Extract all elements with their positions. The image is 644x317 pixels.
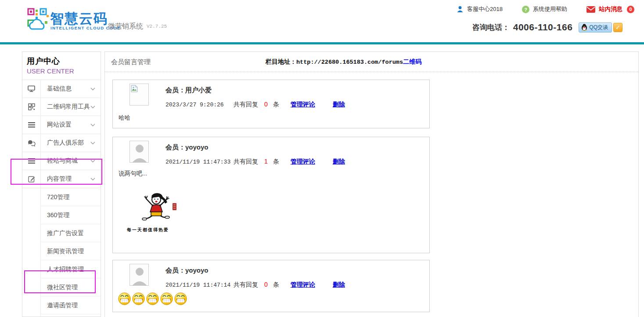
product-version: V2.7.25 [147,24,167,29]
sidebar-subitem-promo-ads[interactable]: 推广广告设置 [22,224,101,242]
column-url-label: 栏目地址： [266,58,296,65]
sidebar-subitem-label: 新闻资讯管理 [41,242,101,260]
phone-number: 4006-110-166 [513,22,573,33]
message-content: 哈哈 [119,114,130,122]
main-panel: 会员留言管理 栏目地址：http://22680.165183.com/foru… [104,51,639,317]
member-name: 会员：用户小爱 [165,86,212,95]
message-meta: 2023/3/27 9:20:26 共有回复 0 条 管理评论 删除 [165,101,345,109]
brand-logo-icon [27,8,49,33]
chevron-down-icon [90,142,95,145]
grin-emoji-icon [132,292,145,306]
message-date: 2021/11/19 11:47:14 [165,282,234,288]
chevron-down-icon [90,124,95,127]
manage-comments-link[interactable]: 管理评论 [291,281,315,289]
broken-image-icon [131,85,138,92]
help-icon: ? [522,6,529,13]
sidebar-subitem-label: 推广广告设置 [41,224,101,242]
sidebar-item-qrcode-tools[interactable]: 二维码常用工具 [22,98,101,116]
sidebar-subitem-invitation[interactable]: 邀请函管理 [22,296,101,314]
sidebar-header: 用户中心 USER CENTER [22,52,101,80]
message-meta: 2021/11/19 11:47:14 共有回复 0 条 管理评论 删除 [165,281,345,289]
sidebar-title: 用户中心 [27,56,95,66]
reply-count: 0 [264,101,268,108]
sidebar-subitem-label: 720管理 [41,188,101,206]
manage-comments-link[interactable]: 管理评论 [291,158,315,166]
message-date: 2023/3/27 9:20:26 [165,102,234,108]
phone-row: 咨询电话： 4006-110-166 QQ交谈 ✓ [472,22,622,33]
nav-label: 系统使用帮助 [533,5,567,13]
message-meta: 2021/11/19 11:47:33 共有回复 1 条 管理评论 删除 [165,158,345,166]
mail-icon [586,6,595,13]
message-date: 2021/11/19 11:47:33 [165,159,234,165]
avatar [130,141,149,163]
message-card: 会员：用户小爱 2023/3/27 9:20:26 共有回复 0 条 管理评论 … [112,80,430,128]
top-nav: 客服中心2018 ? 系统使用帮助 站内消息 0 [457,5,634,13]
svg-text:?: ? [524,7,527,12]
menu-icon [28,122,35,128]
reply-suffix: 条 [273,158,279,166]
nav-label: 站内消息 [599,5,622,13]
qq-chat-label: QQ交谈 [589,24,608,31]
monitor-icon [28,85,35,92]
delete-link[interactable]: 删除 [333,101,345,109]
sidebar-item-label: 广告人俱乐部 [40,139,90,147]
manage-comments-link[interactable]: 管理评论 [291,101,315,109]
sidebar-item-site-settings[interactable]: 网站设置 [22,116,101,134]
grin-emoji-icon [174,292,187,306]
avatar [130,84,149,106]
sidebar-item-label: 基础信息 [40,85,90,93]
reply-suffix: 条 [273,101,279,109]
sidebar-item-basic-info[interactable]: 基础信息 [22,80,101,98]
person-silhouette-icon [130,264,149,286]
highlight-box-content-management [11,159,102,185]
nav-messages[interactable]: 站内消息 0 [586,5,634,13]
nav-customer-service[interactable]: 客服中心2018 [457,5,503,13]
sidebar-item-label: 网站设置 [40,121,90,129]
chevron-down-icon [90,87,95,91]
grin-emoji-icon [118,292,131,306]
column-url: 栏目地址：http://22680.165183.com/forums二维码 [266,58,421,66]
doodle-caption: 每一天都值得热爱 [127,227,169,233]
sidebar-subtitle: USER CENTER [27,67,95,75]
avatar [130,264,149,286]
sidebar-subitem-360[interactable]: 360管理 [22,206,101,224]
jumping-girl-doodle-image [129,193,194,225]
reply-count: 0 [264,281,268,288]
sidebar-subitem-label: 邀请函管理 [41,296,101,314]
sidebar-subitem-720[interactable]: 720管理 [22,188,101,206]
reply-suffix: 条 [273,281,279,289]
qq-chat-button[interactable]: QQ交谈 [579,22,612,33]
user-icon [457,6,464,13]
main-header: 会员留言管理 栏目地址：http://22680.165183.com/foru… [105,52,638,72]
product-name: 微营销系统 [108,22,143,31]
person-silhouette-icon [130,141,149,163]
phone-label: 咨询电话： [472,22,510,33]
qrcode-icon [28,103,35,110]
delete-link[interactable]: 删除 [333,281,345,289]
member-name: 会员：yoyoyo [165,266,209,275]
member-name: 会员：yoyoyo [165,143,209,152]
delete-link[interactable]: 删除 [333,158,345,166]
sidebar-subitem-news[interactable]: 新闻资讯管理 [22,242,101,260]
highlight-box-micro-community [24,270,96,293]
grin-emoji-icon [146,292,159,306]
grin-emoji-icon [160,292,173,306]
qq-verified-badge[interactable]: ✓ [613,23,622,32]
page-title: 会员留言管理 [111,58,151,66]
nav-help[interactable]: ? 系统使用帮助 [522,5,567,13]
column-url-text: http://22680.165183.com/forums [296,59,403,66]
column-url-link[interactable]: 二维码 [403,58,421,65]
reply-count: 1 [264,158,268,165]
sidebar-item-ad-club[interactable]: 广告人俱乐部 [22,134,101,152]
reply-prefix: 共有回复 [234,158,258,166]
message-card: 会员：yoyoyo 2021/11/19 11:47:14 共有回复 0 条 管… [112,260,430,312]
reply-prefix: 共有回复 [234,101,258,109]
sidebar-item-label: 二维码常用工具 [40,103,90,111]
qq-penguin-icon [581,24,587,31]
emoji-row [118,292,187,306]
app-window: 智慧云码 INTELLIGENT CLOUD CODE 微营销系统 V2.7.2… [0,0,644,317]
chevron-down-icon [90,106,95,109]
message-count-badge: 0 [627,6,634,13]
chat-icon [28,140,36,146]
message-content: 说两句吧... [119,170,147,178]
